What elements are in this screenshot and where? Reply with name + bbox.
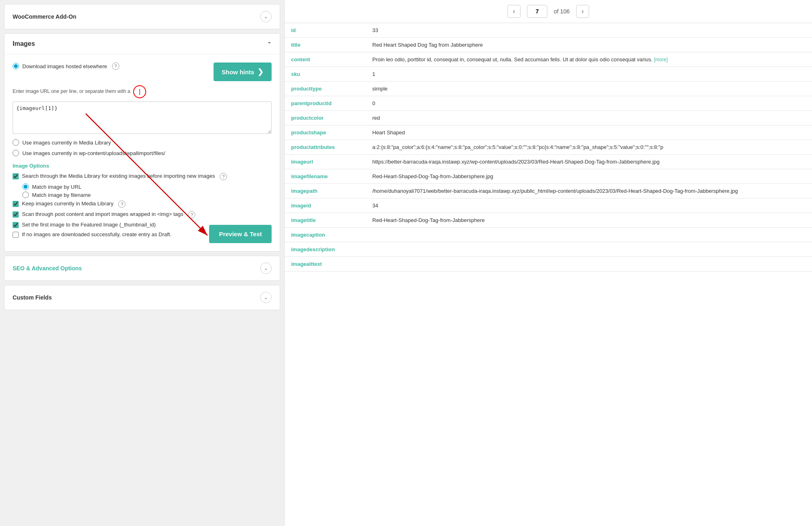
table-row: productattributesa:2:{s:8:"pa_color";a:6… — [285, 140, 812, 155]
seo-title: SEO & Advanced Options — [13, 265, 82, 272]
keep-media-label: Keep images currently in Media Library — [22, 200, 113, 207]
data-rows-table: id33titleRed Heart Shaped Dog Tag from J… — [285, 23, 812, 272]
keep-media-hint-icon[interactable]: ? — [118, 200, 125, 208]
match-url-radio-input[interactable] — [22, 183, 29, 190]
draft-checkbox[interactable] — [13, 232, 19, 238]
featured-image-label: Set the first image to the Featured Imag… — [22, 222, 156, 228]
row-key: productattributes — [285, 140, 366, 155]
scan-post-hint-icon[interactable]: ? — [188, 211, 195, 218]
scan-post-option: Scan through post content and import ima… — [13, 211, 272, 218]
row-key: imagedescription — [285, 242, 366, 257]
table-row: imageurlhttps://better-barracuda-iraqa.i… — [285, 155, 812, 169]
woocommerce-addon-section: WooCommerce Add-On ⌄ — [4, 4, 280, 29]
table-row: imageid34 — [285, 198, 812, 213]
table-row: imagefilenameRed-Heart-Shaped-Dog-Tag-fr… — [285, 169, 812, 184]
media-library-radio-option: Use images currently in Media Library — [13, 139, 272, 146]
custom-fields-title: Custom Fields — [13, 294, 52, 301]
row-key: title — [285, 38, 366, 52]
scan-post-checkbox[interactable] — [13, 211, 19, 218]
featured-image-checkbox[interactable] — [13, 222, 19, 228]
preview-test-button[interactable]: Preview & Test — [209, 225, 272, 243]
match-filename-radio-input[interactable] — [22, 192, 29, 198]
match-filename-radio-option: Match image by filename — [22, 192, 272, 198]
row-value: 0 — [366, 96, 812, 111]
row-key: productcolor — [285, 111, 366, 125]
custom-fields-chevron-icon[interactable]: ⌄ — [260, 292, 272, 303]
images-header: Images ⌃ — [4, 34, 280, 54]
bottom-checkboxes: Set the first image to the Featured Imag… — [13, 222, 199, 241]
page-number-input[interactable] — [527, 5, 547, 18]
prev-page-button[interactable]: ‹ — [508, 5, 520, 18]
row-value: Heart Shaped — [366, 125, 812, 140]
images-chevron-icon[interactable]: ⌃ — [267, 41, 272, 47]
search-media-hint-icon[interactable]: ? — [220, 173, 227, 180]
search-media-label: Search through the Media Library for exi… — [22, 173, 215, 179]
show-hints-label: Show hints — [222, 69, 254, 75]
row-key: productshape — [285, 125, 366, 140]
row-value: Red Heart Shaped Dog Tag from Jabbersphe… — [366, 38, 812, 52]
wp-content-radio-label: Use images currently in wp-content/uploa… — [22, 150, 165, 156]
next-page-button[interactable]: › — [576, 5, 589, 18]
seo-header[interactable]: SEO & Advanced Options ⌄ — [4, 256, 280, 280]
show-hints-arrow-icon: ❯ — [257, 67, 263, 76]
seo-section: SEO & Advanced Options ⌄ — [4, 256, 280, 281]
row-value: Proin leo odio, porttitor id, consequat … — [366, 52, 812, 67]
search-media-option: Search through the Media Library for exi… — [13, 173, 272, 180]
row-value: simple — [366, 82, 812, 96]
data-table: id33titleRed Heart Shaped Dog Tag from J… — [285, 23, 812, 526]
row-value: red — [366, 111, 812, 125]
row-value — [366, 228, 812, 242]
custom-fields-section: Custom Fields ⌄ — [4, 285, 280, 310]
seo-chevron-icon[interactable]: ⌄ — [260, 263, 272, 274]
table-row: productcolorred — [285, 111, 812, 125]
row-key: imagecaption — [285, 228, 366, 242]
woocommerce-chevron-icon[interactable]: ⌄ — [260, 11, 272, 22]
custom-fields-header[interactable]: Custom Fields ⌄ — [4, 285, 280, 310]
row-key: id — [285, 23, 366, 38]
match-image-group: Match image by URL Match image by filena… — [22, 183, 272, 198]
draft-label: If no images are downloaded successfully… — [22, 231, 171, 237]
row-value: 1 — [366, 67, 812, 82]
more-link[interactable]: [more] — [652, 57, 667, 63]
table-row: contentProin leo odio, porttitor id, con… — [285, 52, 812, 67]
match-url-radio-option: Match image by URL — [22, 183, 272, 190]
download-radio-input[interactable] — [13, 63, 19, 69]
row-key: imagealttext — [285, 257, 366, 272]
images-section: Images ⌃ Download images hosted elsewher… — [4, 33, 280, 252]
pagination-header: ‹ of 106 › — [285, 0, 812, 23]
pipe-separator-icon: | — [133, 85, 146, 98]
row-key: imagetitle — [285, 213, 366, 228]
row-key: parentproductid — [285, 96, 366, 111]
bottom-options: Set the first image to the Featured Imag… — [13, 222, 272, 243]
image-options-title: Image Options — [13, 163, 272, 169]
draft-option: If no images are downloaded successfully… — [13, 231, 199, 238]
download-hint-icon[interactable]: ? — [112, 63, 119, 70]
page-total: of 106 — [554, 8, 570, 15]
scan-post-label: Scan through post content and import ima… — [22, 211, 183, 217]
keep-media-option: Keep images currently in Media Library ? — [13, 200, 272, 208]
table-row: titleRed Heart Shaped Dog Tag from Jabbe… — [285, 38, 812, 52]
row-key: imagepath — [285, 184, 366, 198]
media-library-radio-input[interactable] — [13, 139, 19, 146]
row-key: imageurl — [285, 155, 366, 169]
keep-media-checkbox[interactable] — [13, 201, 19, 207]
table-row: imagedescription — [285, 242, 812, 257]
image-url-textarea[interactable]: {imageurl[1]} — [13, 101, 272, 134]
row-value: 34 — [366, 198, 812, 213]
row-value — [366, 257, 812, 272]
woocommerce-addon-header[interactable]: WooCommerce Add-On ⌄ — [4, 4, 280, 29]
wp-content-radio-input[interactable] — [13, 150, 19, 156]
images-body: Download images hosted elsewhere ? Show … — [4, 54, 280, 251]
table-row: productshapeHeart Shaped — [285, 125, 812, 140]
row-key: sku — [285, 67, 366, 82]
textarea-wrapper: {imageurl[1]} — [13, 101, 272, 135]
row-value: /home/duhanoyali7071/web/better-barracud… — [366, 184, 812, 198]
show-hints-button[interactable]: Show hints ❯ — [214, 63, 272, 81]
table-row: imagealttext — [285, 257, 812, 272]
url-instruction: Enter image URL one per line, or separat… — [13, 85, 272, 98]
row-key: content — [285, 52, 366, 67]
row-value — [366, 242, 812, 257]
table-row: sku1 — [285, 67, 812, 82]
search-media-checkbox[interactable] — [13, 173, 19, 179]
media-library-radio-label: Use images currently in Media Library — [22, 140, 111, 146]
